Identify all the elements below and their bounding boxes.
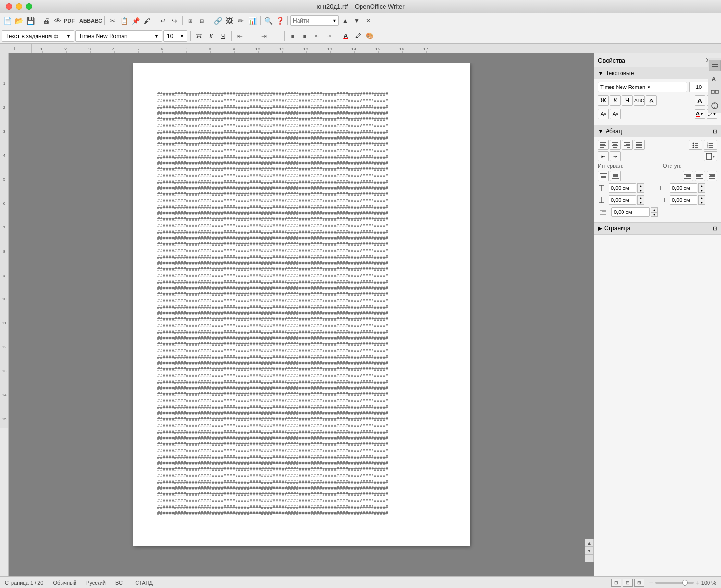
indent-right-input[interactable] <box>670 195 697 205</box>
para-align-right-button[interactable] <box>622 140 633 150</box>
indent-right-down[interactable]: ▼ <box>698 200 705 205</box>
maximize-button[interactable] <box>26 3 32 10</box>
prop-size-input[interactable] <box>689 82 709 92</box>
view-normal-button[interactable]: ⊡ <box>611 579 621 587</box>
indent-left-input[interactable] <box>670 183 697 193</box>
align-justify-button[interactable]: ≣ <box>271 31 281 41</box>
undo-icon[interactable]: ↩ <box>158 15 168 26</box>
para-indent-decrease-button[interactable]: ⇤ <box>598 151 609 161</box>
search-input[interactable] <box>293 17 331 24</box>
firstline-down[interactable]: ▼ <box>651 212 658 217</box>
prop-font-color-button[interactable]: A ▼ <box>695 109 705 119</box>
preview-icon[interactable]: 👁 <box>52 15 63 26</box>
para-spacing-above-icon[interactable] <box>598 171 609 181</box>
view-book-button[interactable]: ⊞ <box>634 579 644 587</box>
scroll-up-arrow[interactable]: ▲ <box>585 539 594 547</box>
num-list-button[interactable]: ≡ <box>299 31 310 41</box>
below-spin-up[interactable]: ▲ <box>637 195 644 200</box>
bold-button[interactable]: Ж <box>194 31 204 41</box>
below-spin-down[interactable]: ▼ <box>637 200 644 205</box>
insert-image-icon[interactable]: 🖼 <box>224 15 235 26</box>
prop-subscript-button[interactable]: Aa <box>610 109 621 119</box>
search-extra-icon[interactable]: ✕ <box>363 15 373 26</box>
list-button[interactable]: ≡ <box>287 31 298 41</box>
size-dropdown[interactable]: 10 ▼ <box>163 30 187 42</box>
prop-strikethrough-button[interactable]: АВС <box>634 95 645 106</box>
para-align-center-button[interactable] <box>610 140 621 150</box>
zoom-out-button[interactable]: − <box>649 579 653 587</box>
sidebar-properties-icon[interactable] <box>709 60 721 71</box>
spellcheck2-icon[interactable]: АBC <box>91 15 102 26</box>
redo-icon[interactable]: ↪ <box>169 15 180 26</box>
para-indent-increase-button[interactable]: ⇥ <box>610 151 621 161</box>
sidebar-navigator-icon[interactable] <box>709 100 721 112</box>
align-left-button[interactable]: ⇤ <box>235 31 245 41</box>
link-icon[interactable]: 🔗 <box>212 15 223 26</box>
page-section-header[interactable]: ▶ Страница ⊡ <box>594 223 721 234</box>
open-icon[interactable]: 📂 <box>13 15 24 26</box>
prop-underline-button[interactable]: Ч <box>622 95 633 106</box>
zoom-in-button[interactable]: + <box>696 579 699 587</box>
style-dropdown[interactable]: Текст в заданном ф ▼ <box>2 30 74 42</box>
para-list-button[interactable] <box>689 140 702 150</box>
page-content[interactable]: ########################################… <box>157 92 446 517</box>
firstline-input[interactable] <box>611 207 650 217</box>
below-spacing-input[interactable] <box>609 195 636 205</box>
pdf-icon[interactable]: PDF <box>64 15 75 26</box>
paste-icon[interactable]: 📌 <box>130 15 141 26</box>
insert-table-icon[interactable]: ⊟ <box>197 15 207 26</box>
sidebar-styles-icon[interactable]: A <box>709 73 721 85</box>
para-first-line-icon[interactable] <box>707 171 717 181</box>
increase-indent-button[interactable]: ⇥ <box>323 31 334 41</box>
search-box[interactable]: ▼ <box>290 15 339 26</box>
indent-left-down[interactable]: ▼ <box>698 188 705 193</box>
search-prev-icon[interactable]: ▲ <box>340 15 350 26</box>
view-web-button[interactable]: ⊟ <box>623 579 633 587</box>
prop-bold-button[interactable]: Ж <box>598 95 609 106</box>
close-button[interactable] <box>6 3 12 10</box>
zoom-thumb[interactable] <box>682 580 688 586</box>
para-indent-left-icon[interactable] <box>683 171 693 181</box>
prop-large-font-icon[interactable]: A <box>695 95 705 106</box>
print-icon[interactable]: 🖨 <box>41 15 51 26</box>
new-icon[interactable]: 📄 <box>2 15 12 26</box>
find-icon[interactable]: 🔍 <box>263 15 273 26</box>
align-center-button[interactable]: ≣ <box>247 31 257 41</box>
align-right-button[interactable]: ⇥ <box>259 31 269 41</box>
prop-font-dropdown[interactable]: Times New Roman ▼ <box>598 82 687 92</box>
cut-icon[interactable]: ✂ <box>107 15 118 26</box>
sidebar-gallery-icon[interactable] <box>709 87 721 98</box>
highlight-button[interactable]: 🖍 <box>352 31 363 41</box>
para-spacing-below-icon[interactable] <box>610 171 621 181</box>
zoom-slider[interactable] <box>655 582 694 584</box>
save-icon[interactable]: 💾 <box>25 15 36 26</box>
indent-left-up[interactable]: ▲ <box>698 183 705 188</box>
page-section-action-icon[interactable]: ⊡ <box>713 225 717 232</box>
firstline-up[interactable]: ▲ <box>651 207 658 212</box>
italic-button[interactable]: К <box>206 31 216 41</box>
font-dropdown[interactable]: Times New Roman ▼ <box>75 30 162 42</box>
document-scroll[interactable]: ########################################… <box>9 63 594 572</box>
prop-shadow-button[interactable]: А <box>646 95 657 106</box>
background-color-button[interactable]: 🎨 <box>364 31 375 41</box>
format-paint-icon[interactable]: 🖌 <box>142 15 152 26</box>
para-numlist-button[interactable]: 1.2.3. <box>704 140 717 150</box>
copy-icon[interactable]: 📋 <box>119 15 129 26</box>
spellcheck-icon[interactable]: АБВ <box>80 15 90 26</box>
indent-right-up[interactable]: ▲ <box>698 195 705 200</box>
scroll-down-arrow[interactable]: ▼ <box>585 547 594 554</box>
scroll-split-arrow[interactable]: — <box>585 554 594 562</box>
above-spin-down[interactable]: ▼ <box>637 188 644 193</box>
underline-button[interactable]: Ч <box>218 31 228 41</box>
draw-icon[interactable]: ✏ <box>236 15 246 26</box>
para-align-left-button[interactable] <box>598 140 609 150</box>
font-color-button[interactable]: А <box>340 31 351 41</box>
window-controls[interactable] <box>6 3 32 10</box>
search-next-icon[interactable]: ▼ <box>351 15 362 26</box>
para-indent-right-icon[interactable] <box>695 171 705 181</box>
para-border-button[interactable]: ▼ <box>704 151 717 161</box>
help-icon[interactable]: ❓ <box>274 15 285 26</box>
paragraph-section-action-icon[interactable]: ⊡ <box>713 128 717 135</box>
prop-italic-button[interactable]: К <box>610 95 621 106</box>
minimize-button[interactable] <box>16 3 22 10</box>
